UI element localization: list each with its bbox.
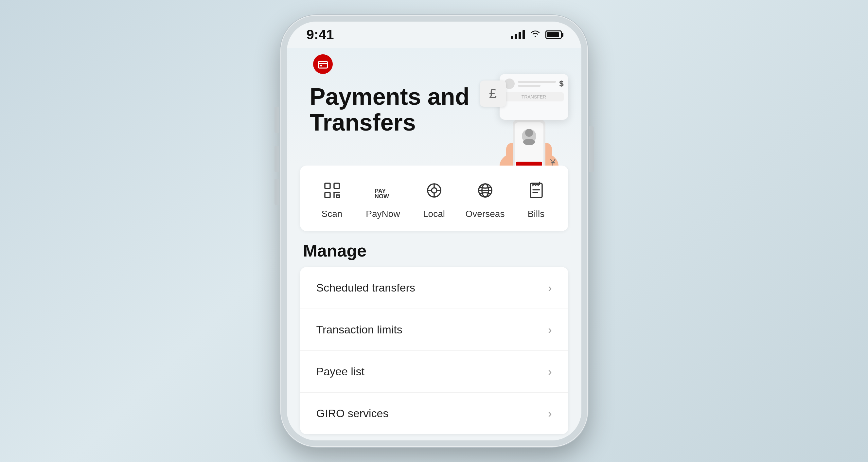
svg-rect-11 (325, 183, 330, 188)
overseas-icon (472, 177, 498, 204)
chevron-right-icon: › (548, 323, 552, 336)
phone-screen: 9:41 (287, 22, 581, 440)
local-icon (421, 177, 447, 204)
page-title: Payments and Transfers (310, 84, 558, 135)
action-paynow[interactable]: PAY NOW PayNow (364, 177, 403, 219)
action-overseas-label: Overseas (466, 209, 505, 219)
svg-rect-12 (334, 183, 339, 188)
manage-item-scheduled-transfers[interactable]: Scheduled transfers › (300, 267, 568, 309)
scan-icon (319, 177, 345, 204)
wifi-icon (530, 29, 540, 40)
chevron-right-icon: › (548, 365, 552, 378)
payee-list-label: Payee list (316, 365, 365, 378)
svg-rect-9 (516, 162, 542, 165)
giro-services-label: GIRO services (316, 407, 389, 420)
manage-section-title: Manage (300, 241, 568, 260)
action-scan-label: Scan (321, 209, 343, 219)
quick-actions-bar: Scan PAY NOW PayNow (300, 165, 568, 231)
svg-text:¥: ¥ (550, 157, 556, 165)
transaction-limits-label: Transaction limits (316, 323, 402, 336)
battery-icon (546, 30, 562, 39)
svg-text:NOW: NOW (375, 193, 389, 199)
action-scan[interactable]: Scan (312, 177, 352, 219)
screen-content[interactable]: Payments and Transfers (287, 48, 581, 440)
chevron-right-icon: › (548, 281, 552, 294)
phone-frame: 9:41 (280, 15, 588, 447)
action-paynow-label: PayNow (366, 209, 400, 219)
paynow-icon: PAY NOW (370, 177, 396, 204)
action-local[interactable]: Local (414, 177, 454, 219)
action-bills[interactable]: Bills (517, 177, 556, 219)
manage-section: Manage Scheduled transfers › Transaction… (287, 241, 581, 440)
bank-logo-icon (313, 54, 333, 74)
svg-rect-1 (320, 65, 322, 66)
bills-icon (523, 177, 549, 204)
svg-rect-13 (325, 192, 330, 197)
status-time: 9:41 (307, 27, 334, 42)
status-icons (511, 29, 562, 40)
manage-list: Scheduled transfers › Transaction limits… (300, 267, 568, 434)
signal-icon (511, 30, 525, 39)
svg-point-23 (432, 188, 437, 193)
action-bills-label: Bills (528, 209, 545, 219)
manage-item-payee-list[interactable]: Payee list › (300, 351, 568, 393)
chevron-right-icon: › (548, 407, 552, 420)
action-local-label: Local (423, 209, 445, 219)
manage-item-transaction-limits[interactable]: Transaction limits › (300, 309, 568, 351)
scheduled-transfers-label: Scheduled transfers (316, 281, 415, 294)
manage-item-giro-services[interactable]: GIRO services › (300, 393, 568, 434)
svg-point-8 (523, 139, 535, 145)
svg-rect-0 (318, 62, 328, 68)
status-bar: 9:41 (287, 22, 581, 48)
action-overseas[interactable]: Overseas (466, 177, 505, 219)
hero-section: Payments and Transfers (287, 48, 581, 165)
